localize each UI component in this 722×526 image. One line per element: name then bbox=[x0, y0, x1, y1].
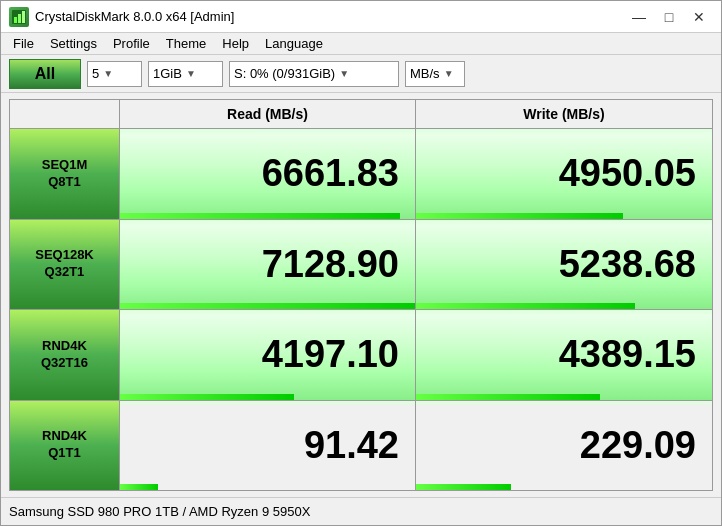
size-value: 1GiB bbox=[153, 66, 182, 81]
row-read-rnd4k-q32: 4197.10 bbox=[120, 310, 416, 400]
row-write-seq128k: 5238.68 bbox=[416, 220, 712, 310]
drive-arrow: ▼ bbox=[339, 68, 349, 79]
row-label-rnd4k-q1: RND4KQ1T1 bbox=[10, 401, 120, 491]
table-header: Read (MB/s) Write (MB/s) bbox=[10, 100, 712, 129]
table-row: RND4KQ32T16 4197.10 4389.15 bbox=[10, 310, 712, 401]
runs-arrow: ▼ bbox=[103, 68, 113, 79]
header-label bbox=[10, 100, 120, 128]
main-window: CrystalDiskMark 8.0.0 x64 [Admin] — □ ✕ … bbox=[0, 0, 722, 526]
row-label-seq128k: SEQ128KQ32T1 bbox=[10, 220, 120, 310]
app-icon bbox=[9, 7, 29, 27]
svg-rect-2 bbox=[18, 14, 21, 23]
svg-rect-3 bbox=[22, 11, 25, 23]
main-content: Read (MB/s) Write (MB/s) SEQ1MQ8T1 6661.… bbox=[1, 93, 721, 497]
row-read-seq128k: 7128.90 bbox=[120, 220, 416, 310]
status-text: Samsung SSD 980 PRO 1TB / AMD Ryzen 9 59… bbox=[9, 504, 310, 519]
table-row: RND4KQ1T1 91.42 229.09 bbox=[10, 401, 712, 491]
maximize-button[interactable]: □ bbox=[655, 6, 683, 28]
row-read-rnd4k-q1: 91.42 bbox=[120, 401, 416, 491]
row-write-rnd4k-q1: 229.09 bbox=[416, 401, 712, 491]
runs-dropdown[interactable]: 5 ▼ bbox=[87, 61, 142, 87]
menu-language[interactable]: Language bbox=[257, 34, 331, 54]
unit-value: MB/s bbox=[410, 66, 440, 81]
unit-dropdown[interactable]: MB/s ▼ bbox=[405, 61, 465, 87]
minimize-button[interactable]: — bbox=[625, 6, 653, 28]
runs-value: 5 bbox=[92, 66, 99, 81]
drive-value: S: 0% (0/931GiB) bbox=[234, 66, 335, 81]
title-bar: CrystalDiskMark 8.0.0 x64 [Admin] — □ ✕ bbox=[1, 1, 721, 33]
menu-settings[interactable]: Settings bbox=[42, 34, 105, 54]
row-write-rnd4k-q32: 4389.15 bbox=[416, 310, 712, 400]
status-bar: Samsung SSD 980 PRO 1TB / AMD Ryzen 9 59… bbox=[1, 497, 721, 525]
row-label-rnd4k-q32: RND4KQ32T16 bbox=[10, 310, 120, 400]
all-button[interactable]: All bbox=[9, 59, 81, 89]
header-write: Write (MB/s) bbox=[416, 100, 712, 128]
row-write-seq1m: 4950.05 bbox=[416, 129, 712, 219]
close-button[interactable]: ✕ bbox=[685, 6, 713, 28]
header-read: Read (MB/s) bbox=[120, 100, 416, 128]
menu-profile[interactable]: Profile bbox=[105, 34, 158, 54]
table-row: SEQ128KQ32T1 7128.90 5238.68 bbox=[10, 220, 712, 311]
svg-rect-1 bbox=[14, 17, 17, 23]
size-arrow: ▼ bbox=[186, 68, 196, 79]
table-row: SEQ1MQ8T1 6661.83 4950.05 bbox=[10, 129, 712, 220]
benchmark-table: Read (MB/s) Write (MB/s) SEQ1MQ8T1 6661.… bbox=[9, 99, 713, 491]
toolbar: All 5 ▼ 1GiB ▼ S: 0% (0/931GiB) ▼ MB/s ▼ bbox=[1, 55, 721, 93]
drive-dropdown[interactable]: S: 0% (0/931GiB) ▼ bbox=[229, 61, 399, 87]
size-dropdown[interactable]: 1GiB ▼ bbox=[148, 61, 223, 87]
window-title: CrystalDiskMark 8.0.0 x64 [Admin] bbox=[35, 9, 625, 24]
menu-file[interactable]: File bbox=[5, 34, 42, 54]
window-controls: — □ ✕ bbox=[625, 6, 713, 28]
menu-bar: File Settings Profile Theme Help Languag… bbox=[1, 33, 721, 55]
row-label-seq1m: SEQ1MQ8T1 bbox=[10, 129, 120, 219]
unit-arrow: ▼ bbox=[444, 68, 454, 79]
row-read-seq1m: 6661.83 bbox=[120, 129, 416, 219]
menu-theme[interactable]: Theme bbox=[158, 34, 214, 54]
menu-help[interactable]: Help bbox=[214, 34, 257, 54]
